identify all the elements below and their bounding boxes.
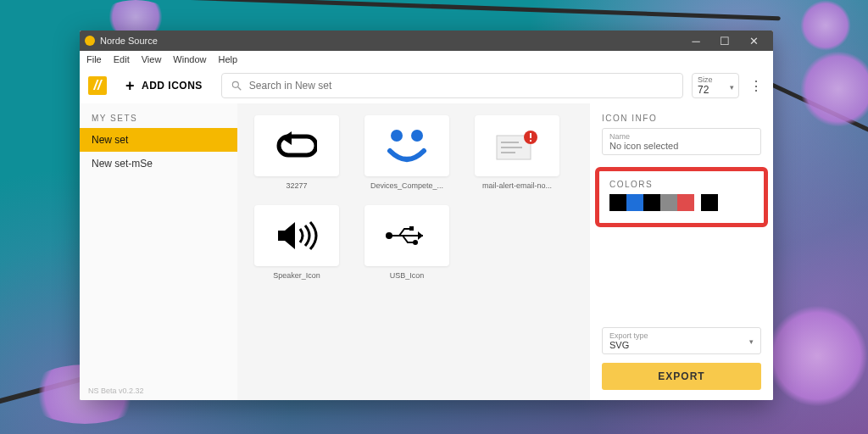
menu-view[interactable]: View [142, 54, 162, 64]
menu-window[interactable]: Window [173, 54, 206, 64]
icon-label: 32277 [286, 181, 307, 190]
svg-rect-9 [530, 133, 531, 138]
color-swatch[interactable] [609, 194, 626, 211]
icon-card[interactable]: Devices_Compete_... [359, 115, 454, 190]
speaker-icon [254, 205, 339, 266]
icon-card[interactable]: 32277 [249, 115, 344, 190]
search-field[interactable] [221, 73, 683, 98]
icon-grid: 32277 Devices_Compete_... mail-alert-ema… [237, 103, 590, 400]
sidebar: MY SETS New set New set-mSe NS Beta v0.2… [80, 103, 237, 400]
icon-card[interactable]: USB_Icon [359, 205, 454, 280]
svg-point-3 [411, 130, 423, 142]
title-bar[interactable]: Norde Source ─ ☐ ✕ [80, 31, 773, 51]
icon-info-header: ICON INFO [602, 114, 761, 123]
color-swatch[interactable] [626, 194, 643, 211]
color-swatches [609, 194, 754, 211]
search-icon [231, 80, 242, 92]
size-label: Size [698, 75, 733, 84]
plus-icon: + [125, 77, 135, 95]
size-select[interactable]: Size 72 ▾ [692, 73, 739, 98]
more-menu-button[interactable]: ⋮ [748, 78, 765, 94]
icon-card[interactable]: mail-alert-email-no... [470, 115, 565, 190]
svg-point-0 [232, 81, 238, 87]
name-value: No icon selected [609, 141, 754, 151]
toolbar: // + ADD ICONS Size 72 ▾ ⋮ [80, 68, 773, 103]
brand-icon: // [88, 76, 107, 95]
smiley-icon [364, 115, 449, 176]
icon-label: mail-alert-email-no... [482, 181, 552, 190]
app-window: Norde Source ─ ☐ ✕ File Edit View Window… [80, 31, 773, 400]
svg-line-1 [238, 87, 242, 91]
usb-icon [364, 205, 449, 266]
add-icons-label: ADD ICONS [142, 80, 203, 92]
add-icons-button[interactable]: + ADD ICONS [115, 72, 213, 100]
color-swatch[interactable] [643, 194, 660, 211]
icon-label: Devices_Compete_... [370, 181, 443, 190]
name-label: Name [609, 132, 754, 141]
svg-point-14 [413, 240, 418, 245]
menu-edit[interactable]: Edit [114, 54, 130, 64]
export-type-select[interactable]: Export type SVG ▾ [602, 327, 761, 354]
sidebar-item-new-set-mse[interactable]: New set-mSe [80, 152, 237, 175]
icon-name-field[interactable]: Name No icon selected [602, 128, 761, 155]
color-swatch[interactable] [660, 194, 677, 211]
icon-label: Speaker_Icon [273, 271, 320, 280]
menu-file[interactable]: File [86, 54, 102, 64]
search-input[interactable] [249, 80, 674, 92]
sidebar-header: MY SETS [80, 103, 237, 128]
colors-header: COLORS [609, 180, 754, 189]
mail-alert-icon [475, 115, 559, 176]
version-label: NS Beta v0.2.32 [80, 381, 237, 400]
app-logo-icon [85, 36, 95, 46]
minimize-button[interactable]: ─ [682, 31, 710, 51]
chevron-down-icon: ▾ [749, 337, 754, 346]
window-title: Norde Source [100, 36, 158, 46]
sidebar-item-new-set[interactable]: New set [80, 128, 237, 152]
export-type-value: SVG [609, 340, 754, 350]
chevron-down-icon: ▾ [730, 83, 734, 92]
icon-label: USB_Icon [390, 271, 425, 280]
menu-bar: File Edit View Window Help [80, 51, 773, 68]
export-button[interactable]: EXPORT [602, 363, 761, 390]
export-type-label: Export type [609, 331, 754, 340]
info-panel: ICON INFO Name No icon selected COLORS [590, 103, 773, 400]
svg-rect-13 [409, 226, 414, 231]
menu-help[interactable]: Help [218, 54, 237, 64]
svg-point-2 [391, 130, 403, 142]
close-button[interactable]: ✕ [739, 31, 768, 51]
colors-section-highlight: COLORS [595, 167, 768, 227]
size-value: 72 [698, 84, 733, 96]
color-swatch[interactable] [677, 194, 694, 211]
loop-icon [254, 115, 339, 176]
color-swatch[interactable] [701, 194, 718, 211]
svg-rect-10 [530, 140, 531, 142]
icon-card[interactable]: Speaker_Icon [249, 205, 344, 280]
maximize-button[interactable]: ☐ [710, 31, 739, 51]
